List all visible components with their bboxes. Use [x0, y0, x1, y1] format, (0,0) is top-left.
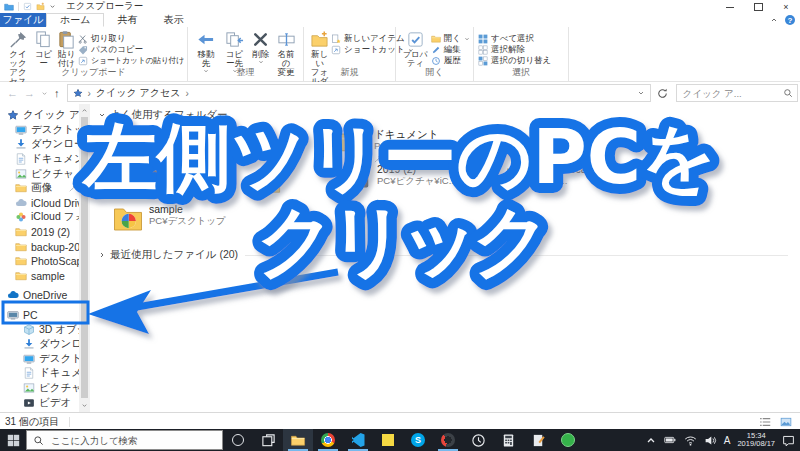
address-dropdown-chevron-icon[interactable] — [637, 89, 645, 97]
details-view-icon[interactable] — [759, 416, 771, 428]
folder-icon — [15, 270, 27, 282]
quick-access-toolbar — [0, 2, 56, 12]
ribbon-group-new: 新しい フォルダー 新しいアイテム ショートカット 新規 — [304, 27, 396, 81]
explorer-icon — [290, 433, 306, 448]
qat-customize-chevron-icon[interactable] — [49, 3, 56, 10]
sidebar-item-label: iCloud Drive — [31, 197, 79, 209]
tab-share[interactable]: 共有 — [104, 13, 150, 27]
recent-locations-chevron-icon[interactable] — [41, 90, 48, 97]
tab-home[interactable]: ホーム — [46, 13, 104, 27]
edit-button[interactable]: 編集 — [431, 44, 470, 55]
sidebar-item-photoscape[interactable]: PhotoScape X — [0, 254, 79, 269]
maximize-button[interactable] — [744, 0, 772, 14]
taskbar-search-input[interactable] — [49, 434, 216, 447]
sidebar-item-documents[interactable]: ドキュメント — [0, 152, 79, 167]
scrollbar-thumb[interactable] — [81, 117, 88, 398]
sidebar-scrollbar[interactable] — [79, 104, 90, 412]
sidebar-item-sample[interactable]: sample — [0, 269, 79, 284]
taskbar-skype-button[interactable]: S — [403, 429, 433, 451]
taskbar-vscode-button[interactable] — [343, 429, 373, 451]
properties-button[interactable]: プロパティ — [400, 29, 431, 69]
taskbar-search-box[interactable] — [26, 430, 223, 450]
taskbar-alarms-button[interactable] — [463, 429, 493, 451]
sidebar-item-pictures[interactable]: ピクチャ — [0, 166, 79, 181]
history-button[interactable]: 履歴 — [431, 55, 470, 66]
explorer-search-input[interactable] — [681, 87, 783, 100]
properties-qat-icon[interactable] — [23, 2, 32, 11]
minimize-button[interactable] — [716, 0, 744, 14]
sidebar-item-desktop[interactable]: デスクトップ — [0, 123, 79, 138]
sidebar-item-pc-videos[interactable]: ビデオ — [0, 395, 79, 410]
scroll-up-icon[interactable] — [81, 107, 88, 114]
taskbar-notes-button[interactable] — [523, 429, 553, 451]
help-icon[interactable]: ? — [785, 15, 795, 25]
folder-tile-icon[interactable] — [138, 148, 170, 178]
sidebar-item-quick-access[interactable]: クイック アクセス — [0, 108, 79, 123]
open-button[interactable]: 開く — [431, 33, 470, 44]
copy-path-button[interactable]: パスのコピー — [78, 44, 184, 55]
large-icons-view-icon[interactable] — [780, 416, 792, 428]
tab-file[interactable]: ファイル — [0, 13, 46, 27]
tile-2019[interactable]: 2019 (2) PC¥ピクチャ¥iC...¥Downloads — [341, 163, 509, 191]
tile-photoscape[interactable]: PhotoScape X PC¥... — [505, 163, 608, 191]
task-view-button[interactable] — [253, 429, 283, 451]
folder-tile-icon[interactable] — [253, 167, 281, 195]
sidebar-item-icloud-drive[interactable]: iCloud Drive — [0, 196, 79, 211]
tile-sample[interactable]: sample PC¥デスクトップ — [113, 203, 226, 233]
taskbar-explorer-button[interactable] — [283, 429, 313, 451]
recent-files-heading[interactable]: 最近使用したファイル (20) — [98, 248, 238, 262]
back-button[interactable]: ← — [7, 87, 18, 99]
taskbar-calculator-button[interactable] — [493, 429, 523, 451]
sidebar-item-2019[interactable]: 2019 (2) — [0, 225, 79, 240]
scroll-down-icon[interactable] — [81, 402, 88, 409]
view-toggle-buttons — [759, 416, 800, 428]
taskbar-app-button[interactable] — [433, 429, 463, 451]
sidebar-item-pc-desktop[interactable]: デスクトップ — [0, 352, 79, 367]
tab-view[interactable]: 表示 — [150, 13, 196, 27]
sidebar-item-pc[interactable]: PC — [0, 308, 79, 323]
select-all-button[interactable]: すべて選択 — [478, 33, 551, 44]
paste-button[interactable]: 貼り付け — [55, 29, 78, 69]
new-folder-qat-icon[interactable] — [36, 2, 45, 11]
breadcrumb-segment[interactable]: クイック アクセス — [96, 86, 181, 100]
wifi-icon[interactable] — [684, 434, 697, 447]
sidebar-item-pc-pictures[interactable]: ピクチャ — [0, 381, 79, 396]
invert-selection-icon — [478, 56, 488, 66]
sidebar-item-backup[interactable]: backup-2019-08 — [0, 239, 79, 254]
explorer-search-box[interactable] — [676, 84, 798, 102]
cut-button[interactable]: 切り取り — [78, 33, 184, 44]
invert-selection-button[interactable]: 選択の切り替え — [478, 55, 551, 66]
collapse-ribbon-icon[interactable] — [770, 16, 778, 24]
sidebar-item-downloads[interactable]: ダウンロード — [0, 137, 79, 152]
forward-button[interactable]: → — [24, 87, 35, 99]
cortana-button[interactable] — [223, 429, 253, 451]
frequent-folders-heading[interactable]: よく使用するフォルダー — [98, 108, 227, 122]
sidebar-item-gazou[interactable]: 画像 — [0, 181, 79, 196]
action-center-icon[interactable] — [782, 434, 795, 447]
search-icon[interactable] — [783, 88, 793, 98]
tile-documents[interactable]: ドキュメント PC — [338, 128, 438, 163]
sidebar-item-3d-objects[interactable]: 3D オブジェクト — [0, 322, 79, 337]
sidebar-item-pc-documents[interactable]: ドキュメント — [0, 366, 79, 381]
copy-button[interactable]: コピー — [32, 29, 55, 69]
sidebar-item-onedrive[interactable]: OneDrive — [0, 288, 79, 303]
select-none-button[interactable]: 選択解除 — [478, 44, 551, 55]
ime-indicator[interactable]: A — [724, 435, 731, 446]
up-button[interactable]: ↑ — [54, 87, 60, 99]
paste-shortcut-button[interactable]: ショートカットの貼り付け — [78, 55, 184, 66]
taskbar-sticky-notes-button[interactable] — [373, 429, 403, 451]
delete-button[interactable]: 削除 — [249, 29, 272, 66]
hidden-icons-chevron-icon[interactable] — [646, 435, 656, 445]
sidebar-item-pc-downloads[interactable]: ダウンロード — [0, 337, 79, 352]
close-button[interactable]: × — [772, 0, 800, 14]
battery-icon[interactable] — [663, 434, 677, 446]
taskbar-chrome-button[interactable] — [313, 429, 343, 451]
taskbar-clock[interactable]: 15:34 2019/08/17 — [737, 432, 775, 449]
sidebar-item-icloud-photos[interactable]: iCloud フォト — [0, 210, 79, 225]
volume-icon[interactable] — [704, 434, 717, 447]
button-label: 削除 — [252, 50, 269, 59]
breadcrumb[interactable]: › クイック アクセス › — [67, 84, 651, 102]
taskbar-green-app-button[interactable] — [553, 429, 583, 451]
start-button[interactable] — [0, 429, 26, 451]
refresh-icon[interactable] — [657, 88, 668, 99]
